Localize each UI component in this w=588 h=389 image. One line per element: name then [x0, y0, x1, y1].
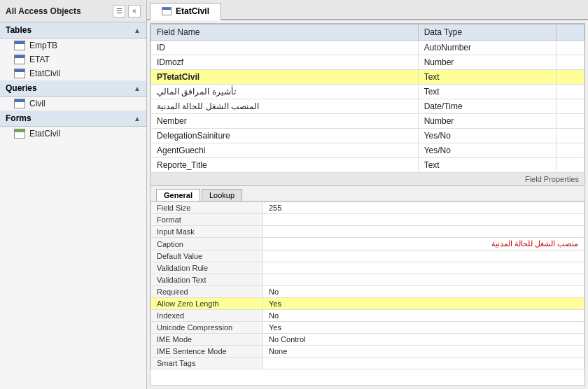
prop-value[interactable]: None	[263, 346, 584, 358]
prop-label: Validation Text	[151, 274, 263, 286]
data-type-cell: Text	[418, 70, 556, 85]
prop-label: Smart Tags	[151, 358, 263, 369]
field-name-cell[interactable]: DelegationSainiture	[151, 129, 419, 143]
sidebar-item-civil[interactable]: Civil	[0, 97, 146, 111]
prop-value[interactable]: Yes	[263, 298, 584, 310]
forms-label: Forms	[6, 113, 31, 123]
prop-value[interactable]: Yes	[263, 322, 584, 334]
description-cell	[556, 70, 584, 85]
description-cell	[556, 129, 584, 143]
form-icon	[14, 129, 25, 139]
props-table: Field Size255FormatInput MaskCaptionمنصب…	[150, 201, 584, 369]
prop-label: IME Sentence Mode	[151, 346, 263, 358]
prop-label: Field Size	[151, 202, 263, 214]
left-header: All Access Objects ☰ «	[0, 0, 146, 22]
prop-value[interactable]	[263, 250, 584, 262]
sidebar-item-etatcivil-table[interactable]: EtatCivil	[0, 66, 146, 80]
sidebar-item-etatcivil-form[interactable]: EtatCivil	[0, 127, 146, 141]
tab-etatcivil[interactable]: EtatCivil	[150, 3, 221, 20]
sidebar-item-label: Civil	[29, 99, 46, 108]
lower-section: General Lookup Field Size255FormatInput …	[150, 186, 584, 386]
data-type-cell: Number	[418, 114, 556, 129]
query-icon	[14, 99, 25, 108]
col-header-field: Field Name	[151, 24, 419, 41]
data-type-cell: Date/Time	[418, 99, 556, 114]
prop-label: Unicode Compression	[151, 322, 263, 334]
prop-value[interactable]	[263, 358, 584, 369]
field-name-cell[interactable]: IDmozf	[151, 55, 419, 70]
prop-label: Default Value	[151, 250, 263, 262]
props-scroll[interactable]: Field Size255FormatInput MaskCaptionمنصب…	[150, 201, 584, 386]
data-type-cell: Text	[418, 85, 556, 99]
prop-value[interactable]	[263, 262, 584, 274]
tab-bar: EtatCivil	[147, 0, 588, 20]
collapse-icon[interactable]: «	[128, 5, 141, 17]
left-panel: All Access Objects ☰ « Tables ▲ EmpTB ET…	[0, 0, 147, 389]
field-name-cell[interactable]: Reporte_Title	[151, 158, 419, 173]
prop-value[interactable]: 255	[263, 202, 584, 214]
forms-section-header[interactable]: Forms ▲	[0, 111, 146, 127]
field-name-cell[interactable]: Nember	[151, 114, 419, 129]
sidebar-item-emptb[interactable]: EmpTB	[0, 38, 146, 52]
prop-label: IME Mode	[151, 334, 263, 346]
data-type-cell: Yes/No	[418, 129, 556, 143]
field-name-cell[interactable]: PTetatCivil	[151, 70, 419, 85]
description-cell	[556, 55, 584, 70]
table-icon	[14, 55, 25, 64]
tables-section-header[interactable]: Tables ▲	[0, 22, 146, 38]
prop-value[interactable]: No	[263, 286, 584, 298]
field-name-cell[interactable]: المنصب الشغل للحالة المدنية	[151, 99, 419, 114]
prop-label: Allow Zero Length	[151, 298, 263, 310]
description-cell	[556, 158, 584, 173]
data-type-cell: Text	[418, 158, 556, 173]
tab-lookup[interactable]: Lookup	[202, 189, 242, 201]
sidebar-item-label: EtatCivil	[29, 69, 60, 78]
queries-label: Queries	[6, 83, 37, 93]
field-name-cell[interactable]: تأشيرة المرافق المالي	[151, 85, 419, 99]
prop-value[interactable]: No Control	[263, 334, 584, 346]
prop-label: Caption	[151, 238, 263, 250]
queries-chevron: ▲	[134, 85, 141, 92]
prop-label: Indexed	[151, 310, 263, 322]
table-icon	[14, 69, 25, 78]
field-name-cell[interactable]: ID	[151, 41, 419, 55]
data-type-cell: Number	[418, 55, 556, 70]
menu-icon[interactable]: ☰	[113, 5, 125, 17]
tab-label: EtatCivil	[176, 6, 209, 16]
description-cell	[556, 85, 584, 99]
prop-label: Input Mask	[151, 226, 263, 238]
tab-general[interactable]: General	[156, 189, 200, 201]
data-type-cell: AutoNumber	[418, 41, 556, 55]
header-icons: ☰ «	[113, 5, 141, 17]
main-content: Field Name Data Type IDAutoNumberIDmozfN…	[150, 23, 585, 386]
queries-section-header[interactable]: Queries ▲	[0, 80, 146, 97]
description-cell	[556, 99, 584, 114]
forms-chevron: ▲	[134, 115, 141, 122]
tables-label: Tables	[6, 25, 31, 35]
sidebar-item-etat[interactable]: ETAT	[0, 52, 146, 66]
tab-table-icon	[162, 7, 172, 15]
prop-value[interactable]	[263, 214, 584, 226]
prop-value[interactable]: No	[263, 310, 584, 322]
data-type-cell: Yes/No	[418, 143, 556, 158]
prop-label: Format	[151, 214, 263, 226]
prop-value[interactable]	[263, 226, 584, 238]
upper-grid-wrapper[interactable]: Field Name Data Type IDAutoNumberIDmozfN…	[150, 24, 584, 173]
prop-label: Validation Rule	[151, 262, 263, 274]
description-cell	[556, 114, 584, 129]
inner-tabs-row: General Lookup	[150, 186, 584, 201]
prop-label: Required	[151, 286, 263, 298]
right-panel: EtatCivil Field Name Data Type IDAutoNum…	[147, 0, 588, 389]
sidebar-item-label: EmpTB	[29, 41, 57, 50]
sidebar-item-label: EtatCivil	[29, 129, 60, 139]
panel-title: All Access Objects	[6, 6, 81, 16]
field-properties-header: Field Properties	[150, 173, 584, 186]
field-grid: Field Name Data Type IDAutoNumberIDmozfN…	[150, 24, 584, 173]
description-cell	[556, 143, 584, 158]
prop-value[interactable]	[263, 274, 584, 286]
description-cell	[556, 41, 584, 55]
sidebar-item-label: ETAT	[29, 55, 50, 64]
prop-value[interactable]: منصب الشغل للحالة المدنية	[263, 238, 584, 250]
field-name-cell[interactable]: AgentGuechi	[151, 143, 419, 158]
table-icon	[14, 41, 25, 50]
